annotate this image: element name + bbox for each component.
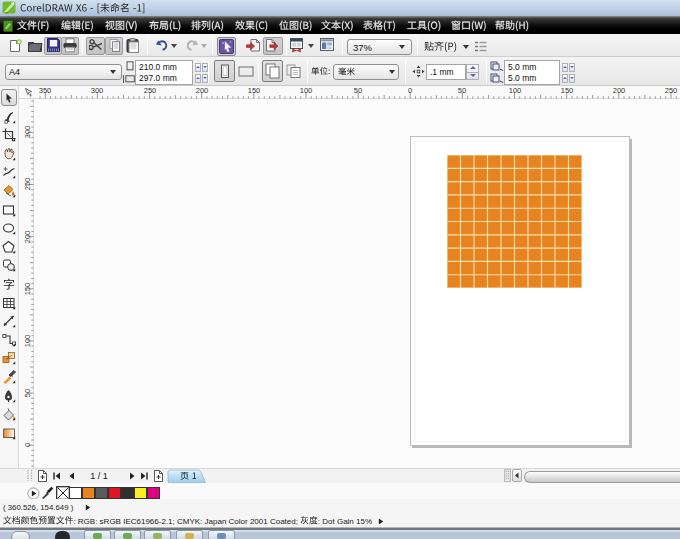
svg-text:300: 300 — [23, 126, 32, 139]
svg-text:: RGB: sRGB IEC61966-2.1; CMYK: : RGB: sRGB IEC61966-2.1; CMYK: Japan Co… — [73, 517, 300, 526]
svg-text:150: 150 — [561, 86, 574, 95]
svg-text:50: 50 — [458, 86, 466, 95]
svg-text:100: 100 — [300, 86, 313, 95]
svg-text:200: 200 — [196, 86, 209, 95]
svg-text:150: 150 — [23, 283, 32, 296]
svg-text:200: 200 — [23, 231, 32, 244]
svg-text:300: 300 — [91, 86, 104, 95]
svg-text:250: 250 — [144, 86, 157, 95]
svg-text:100: 100 — [23, 335, 32, 348]
svg-text:100: 100 — [509, 86, 522, 95]
svg-text:200: 200 — [613, 86, 626, 95]
svg-text:350: 350 — [39, 86, 52, 95]
svg-text:: Dot Gain 15%: : Dot Gain 15% — [318, 517, 372, 526]
svg-text:0: 0 — [23, 443, 32, 447]
svg-text:0: 0 — [408, 86, 412, 95]
svg-text:150: 150 — [248, 86, 261, 95]
svg-text:50: 50 — [354, 86, 362, 95]
svg-text:250: 250 — [23, 178, 32, 191]
svg-text:50: 50 — [23, 389, 32, 397]
svg-text:250: 250 — [665, 86, 678, 95]
